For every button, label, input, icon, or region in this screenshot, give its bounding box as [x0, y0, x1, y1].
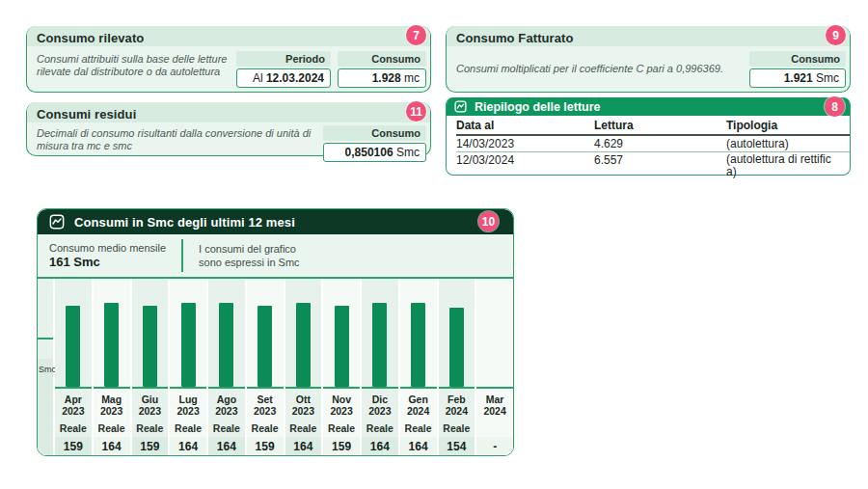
consumo-number: 1.921 [784, 71, 813, 85]
month-label: Ott2023 [285, 394, 322, 417]
value-label: 164 [170, 437, 206, 456]
month-label: Mag2023 [94, 394, 130, 417]
chart-column: Ott2023Reale164 [285, 279, 322, 456]
bar [258, 306, 272, 387]
month-label: Gen2024 [400, 394, 437, 417]
table-row: 14/03/2023 4.629 (autolettura) [456, 135, 850, 152]
cell-data-al: 14/03/2023 [456, 135, 594, 152]
chart-subheader: Consumo medio mensile 161 Smc I consumi … [38, 234, 513, 277]
consumo-unit: Smc [396, 146, 420, 159]
periodo-field: Periodo Al 12.03.2024 [236, 51, 331, 88]
cell-tipologia: (autolettura) [726, 135, 850, 152]
bar [104, 303, 119, 387]
bar-zone [439, 279, 475, 389]
month-label: Lug2023 [170, 394, 206, 417]
consumo-field: Consumo 0,850106 Smc [323, 125, 426, 162]
consumo-field: Consumo 1.928 mc [338, 51, 426, 88]
month-label: Apr2023 [55, 394, 92, 417]
col-header-tipologia: Tipologia [726, 116, 850, 135]
panel-description: Decimali di consumo risultanti dalla con… [37, 125, 323, 162]
value-label: - [476, 437, 513, 456]
step-badge: 11 [406, 101, 426, 122]
bar-zone [362, 279, 398, 389]
periodo-label: Periodo [236, 51, 331, 67]
cell-data-al: 12/03/2024 [456, 152, 594, 180]
chart-column: Set2023Reale159 [247, 279, 284, 456]
panel-consumi-residui: Consumi residui 11 Decimali di consumo r… [26, 102, 431, 156]
month-label: Feb2024 [439, 394, 475, 417]
step-badge: 8 [825, 96, 845, 117]
value-label: 164 [362, 437, 398, 456]
bar [181, 303, 196, 387]
letture-table: Data al Lettura Tipologia 14/03/2023 4.6… [456, 116, 850, 179]
reading-type-label: Reale [55, 422, 92, 435]
chart-title: Consumi in Smc degli ultimi 12 mesi [74, 215, 295, 230]
reading-type-label: Reale [94, 422, 130, 435]
reading-type-label: Reale [132, 422, 169, 435]
month-label: Set2023 [247, 394, 284, 417]
consumo-value: 1.928 mc [338, 68, 426, 88]
reading-type-label: Reale [362, 422, 398, 435]
panel-consumo-fatturato-header: Consumo Fatturato 9 [447, 26, 850, 46]
bar [143, 306, 157, 387]
chart-unit-label: Smc [38, 359, 53, 456]
chart-column: Dic2023Reale164 [362, 279, 398, 456]
cell-tipologia: (autolettura di rettifica) [726, 152, 850, 180]
reading-type-label: Reale [400, 422, 437, 435]
month-label: Dic2023 [362, 394, 398, 417]
chart-grid: SmcApr2023Reale159Mag2023Reale164Giu2023… [38, 277, 513, 456]
vertical-divider [181, 239, 183, 272]
bar [219, 303, 233, 387]
cell-lettura: 6.557 [594, 152, 726, 180]
value-label: 159 [132, 437, 169, 456]
bar-zone [476, 279, 513, 389]
bar-zone [94, 279, 130, 389]
panel-description: Consumi attribuiti sulla base delle lett… [37, 51, 236, 88]
reading-type-label: Reale [439, 422, 475, 435]
chart-note-line1: I consumi del grafico [199, 242, 300, 256]
consumo-value: 1.921 Smc [749, 68, 846, 88]
periodo-date: 12.03.2024 [266, 71, 324, 85]
chart-column: Lug2023Reale164 [170, 279, 206, 456]
step-badge: 7 [406, 25, 426, 45]
line-chart-icon [49, 214, 65, 230]
bar [296, 303, 311, 387]
panel-consumo-fatturato: Consumo Fatturato 9 Consumi moltiplicati… [446, 26, 851, 93]
periodo-value: Al 12.03.2024 [236, 68, 331, 88]
month-label: Nov2023 [323, 394, 360, 417]
chart-column: Giu2023Reale159 [132, 279, 169, 456]
bar-zone [323, 279, 360, 389]
chart-axis-column: Smc [38, 279, 53, 456]
month-label: Mar2024 [476, 394, 513, 417]
panel-title: Consumi residui [37, 107, 136, 122]
panel-title: Consumo rilevato [37, 31, 144, 45]
chart-column: Mar2024- [476, 279, 513, 456]
value-label: 159 [323, 437, 360, 456]
line-chart-icon [454, 100, 467, 113]
value-label: 164 [94, 437, 130, 456]
bar [335, 306, 349, 387]
reading-type-label: Reale [323, 422, 360, 435]
consumo-value: 0,850106 Smc [323, 143, 426, 162]
value-label: 159 [247, 437, 284, 456]
chart-note-line2: sono espressi in Smc [199, 256, 300, 269]
chart-column: Apr2023Reale159 [55, 279, 92, 456]
panel-consumo-rilevato: Consumo rilevato 7 Consumi attribuiti su… [26, 26, 431, 93]
reading-type-label: Reale [285, 422, 322, 435]
consumo-label: Consumo [323, 125, 426, 141]
reading-type-label: Reale [247, 422, 284, 435]
panel-riepilogo-letture: Riepilogo delle letture 8 Data al Lettur… [446, 97, 851, 176]
panel-consumi-chart: Consumi in Smc degli ultimi 12 mesi 10 C… [37, 208, 514, 456]
panel-riepilogo-header: Riepilogo delle letture 8 [447, 97, 850, 116]
chart-column: Feb2024Reale154 [439, 279, 475, 456]
periodo-prefix: Al [253, 71, 263, 85]
bar-zone [170, 279, 206, 389]
avg-value: 161 Smc [49, 255, 166, 269]
bar-zone [247, 279, 284, 389]
consumo-unit: mc [404, 71, 420, 85]
chart-column: Mag2023Reale164 [94, 279, 130, 456]
consumo-label: Consumo [749, 51, 846, 67]
consumo-label: Consumo [338, 51, 426, 67]
panel-title: Consumo Fatturato [456, 31, 574, 45]
bar [411, 303, 425, 387]
